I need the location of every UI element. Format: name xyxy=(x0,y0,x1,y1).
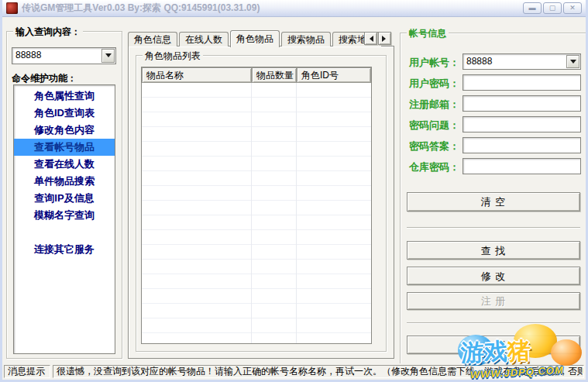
menu-item-role-id-table[interactable]: 角色ID查询表 xyxy=(14,105,115,122)
register-button[interactable]: 注 册 xyxy=(407,292,580,310)
menu-item-fuzzy-name-query[interactable]: 模糊名字查询 xyxy=(14,207,115,224)
close-window-button[interactable]: 关 闭 xyxy=(407,336,580,354)
separator xyxy=(407,227,580,229)
column-header-item-name[interactable]: 物品名称 xyxy=(142,67,252,83)
separator xyxy=(407,322,580,324)
account-combobox[interactable]: 88888 xyxy=(462,53,581,70)
item-table-body[interactable] xyxy=(142,83,371,343)
app-window: 传说GM管理工具Ver0.03 By:探索 QQ:9145991(03.31.0… xyxy=(0,0,588,382)
answer-label: 密码答案： xyxy=(404,139,459,153)
field-row-warehouse: 仓库密码： xyxy=(404,158,581,175)
tab-role-info[interactable]: 角色信息 xyxy=(128,32,177,46)
status-bar: 消息提示 很遗憾，没查询到该对应的帐号物品！请输入正确的帐号名称名称，再试一次。… xyxy=(2,363,586,380)
menu-item-single-item-search[interactable]: 单件物品搜索 xyxy=(14,173,115,190)
chevron-down-icon xyxy=(105,53,112,60)
menu-item-view-online-count[interactable]: 查看在线人数 xyxy=(14,156,115,173)
minimize-button[interactable]: ▬ xyxy=(523,2,542,14)
status-label: 消息提示 xyxy=(4,365,50,378)
close-button[interactable]: ✕ xyxy=(563,2,582,14)
item-list-groupbox: 角色物品列表 物品名称 物品数量 角色ID号 xyxy=(136,55,387,352)
warehouse-field[interactable] xyxy=(462,158,581,174)
tab-scroll-buttons xyxy=(364,32,391,45)
field-row-question: 密码问题： xyxy=(404,116,581,133)
field-row-answer: 密码答案： xyxy=(404,137,581,154)
question-field[interactable] xyxy=(462,116,581,132)
item-list-group-label: 角色物品列表 xyxy=(143,50,203,63)
field-row-account: 用户帐号： 88888 xyxy=(404,53,581,71)
account-label: 用户帐号： xyxy=(404,56,459,70)
password-field[interactable] xyxy=(462,74,581,91)
app-icon xyxy=(6,2,18,14)
field-row-password: 用户密码： xyxy=(404,74,581,91)
query-combo-value: 88888 xyxy=(15,50,41,60)
find-button[interactable]: 查 找 xyxy=(407,241,580,260)
menu-item-blank xyxy=(14,224,115,241)
menu-item-modify-role[interactable]: 修改角色内容 xyxy=(14,122,115,139)
query-combo-dropdown-button[interactable] xyxy=(101,49,115,63)
field-row-email: 注册邮箱： xyxy=(404,95,581,112)
tab-scroll-right-button[interactable] xyxy=(378,32,391,45)
arrow-left-icon xyxy=(366,36,373,42)
question-label: 密码问题： xyxy=(404,119,459,132)
account-combo-value: 88888 xyxy=(466,56,492,67)
query-combobox[interactable]: 88888 xyxy=(12,47,116,64)
command-listbox: 角色属性查询 角色ID查询表 修改角色内容 查看帐号物品 查看在线人数 单件物品… xyxy=(13,84,115,354)
tab-strip: 角色信息 在线人数 角色物品 搜索物品 搜索地址 xyxy=(128,29,394,46)
warehouse-label: 仓库密码： xyxy=(404,160,459,174)
maintenance-label: 命令维护功能： xyxy=(12,72,77,85)
tab-role-items[interactable]: 角色物品 xyxy=(230,30,280,47)
column-header-item-qty[interactable]: 物品数量 xyxy=(252,67,297,83)
menu-item-role-attr-query[interactable]: 角色属性查询 xyxy=(14,88,115,105)
column-header-role-id[interactable]: 角色ID号 xyxy=(297,67,371,83)
chevron-down-icon xyxy=(570,60,576,67)
title-bar: 传说GM管理工具Ver0.03 By:探索 QQ:9145991(03.31.0… xyxy=(2,0,586,17)
email-label: 注册邮箱： xyxy=(404,98,459,112)
account-group-label: 帐号信息 xyxy=(407,27,449,40)
tab-scroll-left-button[interactable] xyxy=(364,32,377,45)
arrow-right-icon xyxy=(382,36,389,42)
modify-button[interactable]: 修 改 xyxy=(407,267,580,285)
tab-control: 角色信息 在线人数 角色物品 搜索物品 搜索地址 角色物品列表 物品名称 物品数… xyxy=(128,29,394,359)
maximize-button[interactable]: ▢ xyxy=(543,2,562,14)
answer-field[interactable] xyxy=(462,137,581,153)
window-controls: ▬ ▢ ✕ xyxy=(523,2,582,14)
tab-online-count[interactable]: 在线人数 xyxy=(179,32,229,46)
tab-search-items[interactable]: 搜索物品 xyxy=(281,32,331,46)
account-groupbox: 帐号信息 用户帐号： 88888 用户密码： 注册邮箱： 密码问题： 密码答案： xyxy=(400,33,587,364)
menu-item-view-account-items[interactable]: 查看帐号物品 xyxy=(14,139,115,156)
password-label: 用户密码： xyxy=(404,77,459,91)
menu-item-connect-other-server[interactable]: 连接其它服务 xyxy=(14,241,115,258)
item-table-header: 物品名称 物品数量 角色ID号 xyxy=(142,67,371,83)
query-group-label: 输入查询内容： xyxy=(13,26,83,39)
status-message: 很遗憾，没查询到该对应的帐号物品！请输入正确的帐号名称名称，再试一次。（修改角色… xyxy=(53,365,584,378)
item-table: 物品名称 物品数量 角色ID号 xyxy=(141,67,372,344)
clear-button[interactable]: 清 空 xyxy=(407,192,580,212)
email-field[interactable] xyxy=(462,95,581,112)
account-combo-dropdown-button[interactable] xyxy=(566,55,579,68)
tab-panel-role-items: 角色物品列表 物品名称 物品数量 角色ID号 xyxy=(128,46,394,359)
menu-item-query-ip-info[interactable]: 查询IP及信息 xyxy=(14,190,115,207)
query-groupbox: 输入查询内容： 88888 命令维护功能： 角色属性查询 角色ID查询表 修改角… xyxy=(6,31,122,359)
window-title: 传说GM管理工具Ver0.03 By:探索 QQ:9145991(03.31.0… xyxy=(22,2,519,15)
